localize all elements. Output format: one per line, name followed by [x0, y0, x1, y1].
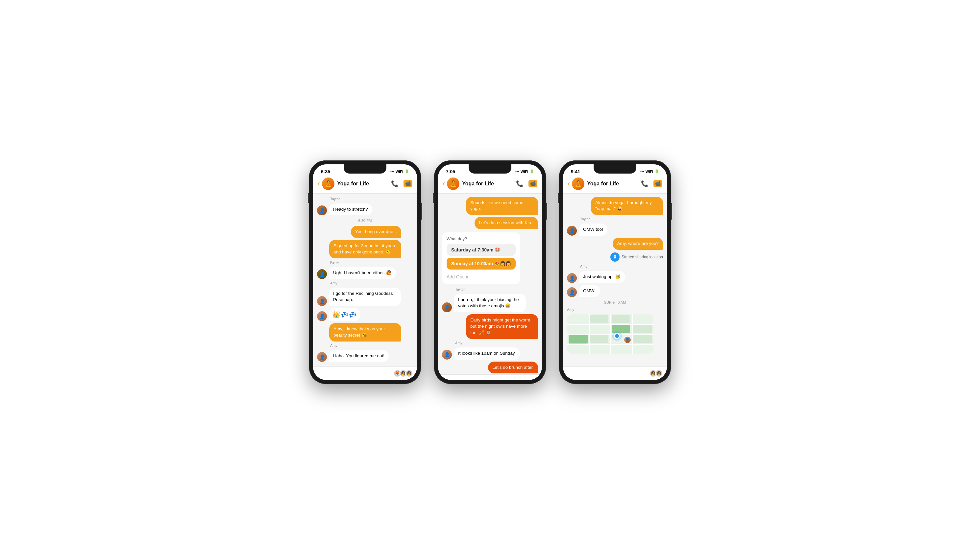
- bottom-avatar: 👩: [655, 370, 663, 377]
- video-call-icon-3[interactable]: 📹: [654, 180, 662, 187]
- bubble: It looks like 10am on Sunday.: [454, 347, 520, 360]
- notch-3: [593, 164, 636, 174]
- bubble: Let's do a session with Kira.: [474, 217, 538, 229]
- message-row: Amy, where are you?: [567, 238, 663, 250]
- sender-label: Taylor: [455, 287, 538, 291]
- status-icons-3: ▪▪▪ WiFi 🔋: [640, 169, 659, 174]
- battery-icon: 🔋: [404, 169, 409, 174]
- bottom-avatars-3: 👩 👩: [649, 370, 663, 377]
- bubble: Amy, where are you?: [612, 238, 663, 250]
- message-row: 👤 Lauren, I think your biasing the votes…: [442, 294, 538, 312]
- sender-label: Kerry: [330, 260, 413, 264]
- message-row: 👤 OMW too!: [567, 224, 663, 236]
- location-share-row: Started sharing location: [567, 252, 663, 262]
- status-icons-2: ▪▪▪ WiFi 🔋: [515, 169, 534, 174]
- avatar-kerry: 👤: [317, 269, 327, 279]
- messages-area-2: Sounds like we need some yoga. Let's do …: [438, 193, 542, 374]
- bubble: Early birds might get the worm, but the …: [466, 314, 538, 339]
- message-row: Early birds might get the worm, but the …: [442, 314, 538, 339]
- chat-header-3: ‹ 🧘 Yoga for Life 📞 📹: [563, 176, 667, 193]
- chat-title-2: Yoga for Life: [462, 181, 516, 187]
- sender-label: Amy: [455, 341, 538, 345]
- group-avatar-2: 🧘: [447, 178, 460, 190]
- poll-option-saturday[interactable]: Saturday at 7:30am 🤩: [447, 244, 515, 256]
- bubble: OMW too!: [579, 224, 608, 236]
- phone-3: 9:41 ▪▪▪ WiFi 🔋 ‹ 🧘 Yoga for Life 📞 📹: [559, 160, 671, 384]
- map-block: [612, 315, 630, 323]
- back-button-3[interactable]: ‹: [568, 179, 570, 188]
- group-avatar-1: 🧘: [322, 178, 334, 190]
- sender-label: Amy: [330, 344, 413, 347]
- bubble: I go for the Reclining Goddess Pose nap.: [329, 288, 401, 306]
- header-actions-3: 📞 📹: [641, 180, 662, 187]
- phones-container: 6:35 ▪▪▪ WiFi 🔋 ‹ 🧘 Yoga for Life 📞 📹: [309, 160, 671, 384]
- message-row: 👤 Ready to stretch?: [317, 203, 413, 216]
- notch-1: [344, 164, 387, 174]
- sender-label: Taylor: [330, 197, 413, 201]
- avatar-amy: 👤: [317, 352, 327, 362]
- avatar-taylor: 👤: [567, 226, 577, 236]
- bubble: Amy, I knew that was your beauty secret …: [329, 323, 401, 341]
- phone-call-icon-2[interactable]: 📞: [516, 180, 523, 187]
- signal-icon: ▪▪▪: [390, 170, 394, 174]
- phone-call-icon-1[interactable]: 📞: [391, 180, 398, 187]
- back-button-1[interactable]: ‹: [318, 179, 320, 188]
- header-actions-1: 📞 📹: [391, 180, 412, 187]
- bottom-bar-2: [438, 374, 542, 380]
- bubble: Almost to yoga. I brought my "nap mat." …: [591, 197, 663, 215]
- bottom-bar-3: 👩 👩: [563, 366, 667, 380]
- map-card[interactable]: 👤: [567, 314, 654, 354]
- map-block: [633, 325, 651, 333]
- phone-1: 6:35 ▪▪▪ WiFi 🔋 ‹ 🧘 Yoga for Life 📞 📹: [309, 160, 421, 384]
- video-call-icon-2[interactable]: 📹: [528, 180, 537, 187]
- sender-label: Amy: [330, 281, 413, 285]
- bubble: Lauren, I think your biasing the votes w…: [454, 294, 526, 312]
- sender-label: Amy: [580, 264, 663, 268]
- battery-icon: 🔋: [530, 169, 534, 174]
- message-row: 👤 👑💤💤: [317, 308, 413, 321]
- message-row: Sounds like we need some yoga.: [442, 197, 538, 215]
- amy-avatar-pin: 👤: [624, 336, 632, 344]
- bubble: Ready to stretch?: [329, 203, 372, 216]
- message-row: Let's do a session with Kira.: [442, 217, 538, 229]
- message-row: Yes! Long over due...: [317, 226, 413, 238]
- chat-title-3: Yoga for Life: [587, 181, 641, 187]
- sender-label: Amy: [567, 308, 574, 312]
- avatar-amy: 👤: [567, 273, 577, 283]
- wifi-icon: WiFi: [646, 170, 653, 174]
- bubble: 👑💤💤: [329, 308, 360, 321]
- user-location-dot: [614, 333, 620, 339]
- bubble: Let's do brunch after.: [488, 362, 538, 374]
- avatar-amy: 👤: [442, 350, 452, 360]
- avatar-taylor: 👤: [317, 205, 327, 215]
- map-road: [610, 314, 611, 354]
- group-avatar-3: 🧘: [572, 178, 584, 190]
- wifi-icon: WiFi: [396, 170, 403, 174]
- video-call-icon-1[interactable]: 📹: [404, 180, 412, 187]
- battery-icon: 🔋: [654, 169, 659, 174]
- map-road: [589, 314, 590, 354]
- status-icons-1: ▪▪▪ WiFi 🔋: [390, 169, 409, 174]
- phone-call-icon-3[interactable]: 📞: [641, 180, 648, 187]
- poll-card: What day? Saturday at 7:30am 🤩 Sunday at…: [442, 232, 520, 284]
- location-icon: [610, 252, 620, 262]
- signal-icon: ▪▪▪: [515, 170, 519, 174]
- poll-question: What day?: [447, 236, 515, 241]
- message-row: Almost to yoga. I brought my "nap mat." …: [567, 197, 663, 215]
- signal-icon: ▪▪▪: [640, 170, 644, 174]
- poll-card-row: What day? Saturday at 7:30am 🤩 Sunday at…: [442, 231, 538, 285]
- avatar-amy: 👤: [317, 296, 327, 306]
- sender-label: Taylor: [580, 217, 663, 221]
- map-block: [590, 335, 608, 343]
- timestamp: SUN 9:40 AM: [567, 300, 663, 305]
- poll-option-sunday[interactable]: Sunday at 10:00am 😍 👩👩: [447, 258, 515, 270]
- bubble: Haha. You figured me out!: [329, 350, 389, 362]
- back-button-2[interactable]: ‹: [443, 179, 445, 188]
- message-row: Let's do brunch after.: [442, 362, 538, 374]
- time-3: 9:41: [571, 169, 580, 174]
- map-block: [569, 335, 588, 343]
- chat-header-2: ‹ 🧘 Yoga for Life 📞 📹: [438, 176, 542, 193]
- map-block: [612, 325, 630, 333]
- message-row: Amy, I knew that was your beauty secret …: [317, 323, 413, 341]
- add-option-button[interactable]: Add Option: [447, 271, 515, 280]
